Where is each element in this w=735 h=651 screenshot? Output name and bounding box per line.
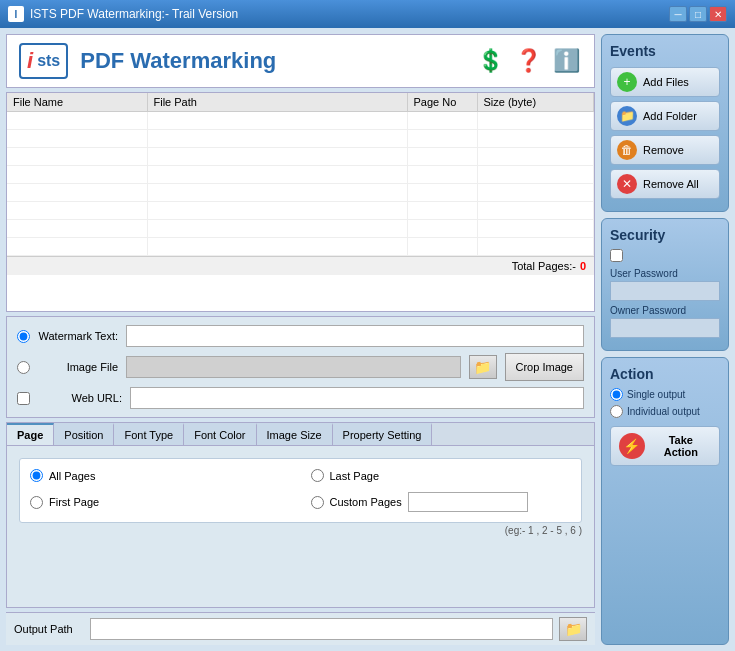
individual-output-radio[interactable]: [610, 405, 623, 418]
all-pages-label: All Pages: [49, 470, 95, 482]
eg-text: (eg:- 1 , 2 - 5 , 6 ): [19, 525, 582, 536]
custom-pages-radio[interactable]: [311, 496, 324, 509]
crop-image-button[interactable]: Crop Image: [505, 353, 584, 381]
watermark-text-input[interactable]: [126, 325, 584, 347]
info-icon-button[interactable]: ℹ️: [550, 45, 582, 77]
all-pages-row: All Pages: [30, 469, 291, 482]
help-icon-button[interactable]: ❓: [512, 45, 544, 77]
add-files-icon: +: [617, 72, 637, 92]
tab-page[interactable]: Page: [7, 423, 54, 445]
remove-button[interactable]: 🗑 Remove: [610, 135, 720, 165]
title-bar-left: I ISTS PDF Watermarking:- Trail Version: [8, 6, 238, 22]
custom-pages-label: Custom Pages: [330, 496, 402, 508]
maximize-button[interactable]: □: [689, 6, 707, 22]
folder-icon: 📁: [474, 359, 491, 375]
user-password-label: User Password: [610, 268, 720, 279]
security-checkbox-row: [610, 249, 720, 262]
remove-all-label: Remove All: [643, 178, 699, 190]
add-folder-button[interactable]: 📁 Add Folder: [610, 101, 720, 131]
main-container: i sts PDF Watermarking 💲 ❓ ℹ️ File Name …: [0, 28, 735, 651]
tab-property-setting[interactable]: Property Setting: [333, 423, 433, 445]
file-table-container: File Name File Path Page No Size (byte): [6, 92, 595, 312]
take-action-icon: ⚡: [619, 433, 645, 459]
watermark-options: Watermark Text: Image File 📁 Crop Image …: [6, 316, 595, 418]
col-size: Size (byte): [477, 93, 594, 112]
web-url-checkbox[interactable]: [17, 392, 30, 405]
minimize-button[interactable]: ─: [669, 6, 687, 22]
image-browse-button[interactable]: 📁: [469, 355, 497, 379]
individual-output-row: Individual output: [610, 405, 720, 418]
remove-all-icon: ✕: [617, 174, 637, 194]
last-page-label: Last Page: [330, 470, 380, 482]
tab-position[interactable]: Position: [54, 423, 114, 445]
take-action-label: Take Action: [651, 434, 711, 458]
watermark-text-label: Watermark Text:: [38, 330, 118, 342]
col-pageno: Page No: [407, 93, 477, 112]
output-folder-icon: 📁: [565, 621, 582, 637]
title-bar-text: ISTS PDF Watermarking:- Trail Version: [30, 7, 238, 21]
first-page-label: First Page: [49, 496, 99, 508]
remove-icon: 🗑: [617, 140, 637, 160]
owner-password-input[interactable]: [610, 318, 720, 338]
image-file-radio[interactable]: [17, 361, 30, 374]
take-action-button[interactable]: ⚡ Take Action: [610, 426, 720, 466]
events-title: Events: [610, 43, 720, 59]
title-bar: I ISTS PDF Watermarking:- Trail Version …: [0, 0, 735, 28]
output-path-row: Output Path 📁: [6, 612, 595, 645]
watermark-text-radio[interactable]: [17, 330, 30, 343]
image-file-label: Image File: [38, 361, 118, 373]
individual-output-label: Individual output: [627, 406, 700, 417]
single-output-label: Single output: [627, 389, 685, 400]
table-row: [7, 148, 594, 166]
right-panel: Events + Add Files 📁 Add Folder 🗑 Remove…: [601, 34, 729, 645]
add-folder-label: Add Folder: [643, 110, 697, 122]
table-row: [7, 130, 594, 148]
security-title: Security: [610, 227, 720, 243]
table-row: [7, 112, 594, 130]
user-password-input[interactable]: [610, 281, 720, 301]
events-panel: Events + Add Files 📁 Add Folder 🗑 Remove…: [601, 34, 729, 212]
last-page-radio[interactable]: [311, 469, 324, 482]
tabs-container: Page Position Font Type Font Color Image…: [6, 422, 595, 608]
tab-content: All Pages Last Page First Page Custom Pa…: [7, 446, 594, 548]
web-url-row: Web URL:: [17, 387, 584, 409]
security-checkbox[interactable]: [610, 249, 623, 262]
web-url-input[interactable]: [130, 387, 584, 409]
image-file-row: Image File 📁 Crop Image: [17, 353, 584, 381]
first-page-row: First Page: [30, 492, 291, 512]
first-page-radio[interactable]: [30, 496, 43, 509]
app-icon: I: [8, 6, 24, 22]
output-path-input[interactable]: [90, 618, 553, 640]
file-table: File Name File Path Page No Size (byte): [7, 93, 594, 256]
watermark-text-row: Watermark Text:: [17, 325, 584, 347]
image-file-input[interactable]: [126, 356, 461, 378]
all-pages-radio[interactable]: [30, 469, 43, 482]
logo-sts: sts: [37, 52, 60, 70]
logo-i: i: [27, 48, 33, 74]
single-output-row: Single output: [610, 388, 720, 401]
add-files-button[interactable]: + Add Files: [610, 67, 720, 97]
table-row: [7, 202, 594, 220]
header-icons: 💲 ❓ ℹ️: [474, 45, 582, 77]
close-button[interactable]: ✕: [709, 6, 727, 22]
single-output-radio[interactable]: [610, 388, 623, 401]
col-filepath: File Path: [147, 93, 407, 112]
add-folder-icon: 📁: [617, 106, 637, 126]
output-path-label: Output Path: [14, 623, 84, 635]
col-filename: File Name: [7, 93, 147, 112]
custom-pages-row: Custom Pages: [311, 492, 572, 512]
table-row: [7, 238, 594, 256]
page-options-grid: All Pages Last Page First Page Custom Pa…: [19, 458, 582, 523]
output-browse-button[interactable]: 📁: [559, 617, 587, 641]
tab-font-type[interactable]: Font Type: [114, 423, 184, 445]
remove-all-button[interactable]: ✕ Remove All: [610, 169, 720, 199]
custom-pages-input[interactable]: [408, 492, 528, 512]
table-row: [7, 184, 594, 202]
app-header: i sts PDF Watermarking 💲 ❓ ℹ️: [6, 34, 595, 88]
table-row: [7, 166, 594, 184]
dollar-icon-button[interactable]: 💲: [474, 45, 506, 77]
tab-image-size[interactable]: Image Size: [257, 423, 333, 445]
title-bar-controls: ─ □ ✕: [669, 6, 727, 22]
tab-font-color[interactable]: Font Color: [184, 423, 256, 445]
add-files-label: Add Files: [643, 76, 689, 88]
